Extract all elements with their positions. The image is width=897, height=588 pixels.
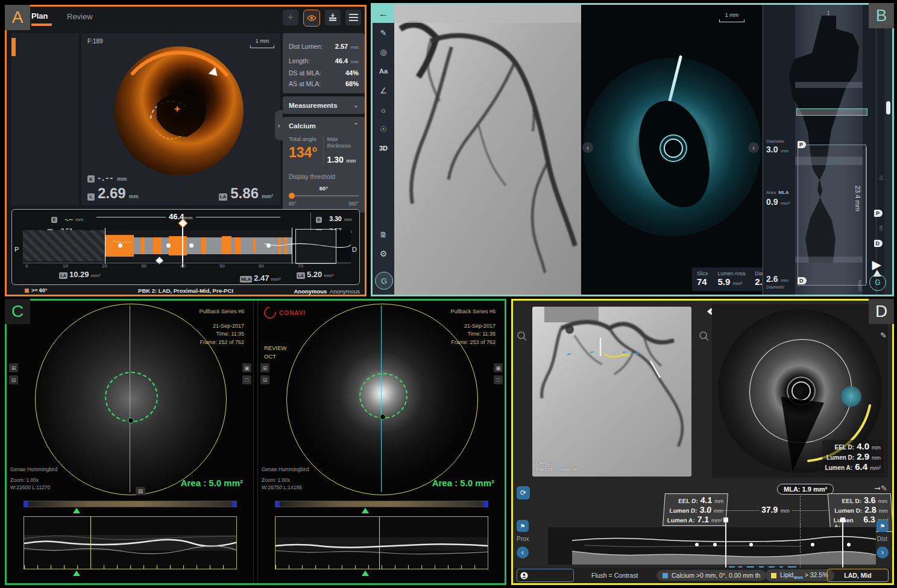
roi-box[interactable]: [798, 145, 866, 286]
calcium-chip[interactable]: Calcium >0 mm, 0°, 0.00 mm th: [656, 570, 766, 581]
distal-reference-marker[interactable]: [842, 521, 843, 569]
oct-cross-section-view[interactable]: F:189 1 mm + E -.-- mm: [81, 33, 280, 205]
go-to-distal-button[interactable]: D: [874, 240, 883, 247]
tab-plan[interactable]: Plan: [31, 11, 52, 26]
threshold-slider[interactable]: [289, 193, 359, 199]
frame-marker-dot[interactable]: [166, 243, 171, 248]
text-annotation-button[interactable]: Aa: [373, 61, 394, 81]
calcium-section-header[interactable]: Calcium ⌃: [289, 122, 359, 130]
lipid-chip[interactable]: Lipid4mm > 32.5%: [765, 569, 834, 581]
slider-handle[interactable]: [289, 193, 295, 199]
longitudinal-strip[interactable]: [23, 230, 351, 261]
settings-gear-button[interactable]: ⚙: [373, 244, 394, 263]
scroll-right-button[interactable]: ›: [877, 546, 889, 558]
oct-view[interactable]: CONAVI REVIEW OCT Pullback Series #6 21-…: [257, 301, 505, 583]
scroll-left-button[interactable]: ‹: [517, 546, 529, 558]
lumen-profile-panel[interactable]: ↕ Diameter 3.0 mm P Area MLA 0.9 mm² 2.6…: [764, 5, 892, 295]
measurements-section-header[interactable]: Measurements ⌄: [283, 96, 365, 114]
tab-review[interactable]: Review: [67, 12, 93, 21]
focus-button[interactable]: ☉: [373, 119, 394, 139]
frame-marker-dot[interactable]: [811, 543, 814, 546]
mla-badge[interactable]: MLA: 1.9 mm²: [777, 484, 834, 495]
roi-start-line[interactable]: [105, 228, 105, 264]
pullback-slider[interactable]: [275, 501, 488, 507]
side-tool-button[interactable]: ⊞: [9, 363, 18, 372]
edit-contour-pencil-button[interactable]: ✎: [880, 331, 887, 340]
roi-top-handle[interactable]: ↕: [826, 8, 830, 17]
previous-slice-button[interactable]: ‹: [582, 142, 593, 153]
ild-frame-marker[interactable]: [379, 517, 380, 569]
slider-position-triangle[interactable]: [362, 508, 369, 513]
go-to-proximal-button[interactable]: P: [874, 210, 883, 217]
marker-handle[interactable]: [723, 518, 728, 522]
distal-flag[interactable]: D: [798, 277, 807, 284]
pullback-list-strip[interactable]: [11, 33, 79, 205]
side-tool-button[interactable]: ⊟: [260, 375, 269, 384]
ild-longitudinal-view[interactable]: [24, 516, 237, 569]
lumen-contour-dashed[interactable]: [105, 372, 158, 422]
longitudinal-view[interactable]: E -.--mm L 3.51mm 46.4mm E 3.30mm L 2.57…: [11, 209, 360, 285]
frame-marker-dot[interactable]: [189, 243, 194, 248]
side-tool-button[interactable]: ▣: [494, 363, 503, 372]
frame-marker-dot[interactable]: [749, 543, 753, 546]
marker-handle[interactable]: [840, 518, 845, 522]
menu-button[interactable]: [345, 10, 361, 25]
current-slice-band[interactable]: [796, 108, 867, 116]
side-tool-button[interactable]: ⊟: [9, 375, 18, 384]
export-button[interactable]: 🗎: [373, 225, 394, 244]
ild-position-triangle[interactable]: [73, 571, 80, 576]
proximal-measurement-box[interactable]: EEL D:4.1mm Lumen D:3.0mm Lumen A:7.1mm²: [663, 493, 728, 526]
oct-cross-section-view[interactable]: 1 mm ‹ › Slice 74 Lumen Area 5.9 mm² Dia…: [581, 5, 763, 295]
brightness-button[interactable]: ☼: [373, 100, 394, 119]
side-tool-button[interactable]: ▣: [242, 363, 251, 372]
3d-view-button[interactable]: 3D: [373, 139, 394, 158]
zoom-magnifier-button[interactable]: [697, 330, 711, 343]
side-tool-button[interactable]: □: [242, 375, 251, 384]
dist-bookmark-button[interactable]: ⚑: [877, 520, 889, 532]
export-pullback-button[interactable]: [325, 10, 341, 25]
angiography-view[interactable]: CARD 2 RAO 31 | CRAN 36: [532, 307, 691, 477]
patient-button[interactable]: [517, 569, 574, 582]
angiography-view[interactable]: [394, 5, 581, 295]
proximal-flag[interactable]: P: [798, 141, 806, 148]
scroll-rail[interactable]: [884, 5, 892, 295]
next-slice-button[interactable]: ›: [748, 142, 759, 153]
reference-zone-box[interactable]: [295, 229, 336, 264]
lumen-contour-dashed[interactable]: [359, 373, 408, 419]
frame-marker-dot[interactable]: [118, 243, 122, 248]
ivus-view[interactable]: Pullback Series #6 21-Sep-2017 Time: 11:…: [7, 301, 254, 583]
frame-save-button[interactable]: ▤: [136, 487, 145, 495]
zoom-magnifier-button[interactable]: [515, 330, 529, 343]
panel-collapse-handle[interactable]: ›: [275, 110, 283, 140]
back-button[interactable]: ←: [373, 5, 394, 23]
frame-marker-dot[interactable]: [695, 543, 699, 546]
target-tool-button[interactable]: ◎: [373, 42, 394, 61]
vessel-segment-button[interactable]: LAD, Mid: [827, 569, 889, 582]
frame-marker-dot[interactable]: [713, 543, 717, 546]
add-measurement-button[interactable]: +: [283, 10, 298, 25]
side-tool-button[interactable]: ⊞: [260, 363, 269, 372]
longitudinal-strip[interactable]: [548, 527, 876, 565]
side-tool-button[interactable]: □: [494, 375, 503, 384]
roi-end-line[interactable]: [292, 228, 292, 264]
ild-longitudinal-view[interactable]: [275, 516, 488, 569]
current-frame-cursor[interactable]: [182, 224, 183, 267]
ild-frame-marker[interactable]: [90, 517, 91, 569]
angle-tool-button[interactable]: ∠: [373, 81, 394, 100]
slider-position-triangle[interactable]: [73, 508, 80, 513]
contour-node[interactable]: [128, 418, 134, 424]
visibility-eye-button[interactable]: [303, 10, 320, 27]
ild-position-triangle[interactable]: [362, 571, 369, 576]
refresh-button[interactable]: ⟳: [517, 486, 530, 499]
play-button[interactable]: ▶: [872, 257, 881, 272]
annotate-pencil-button[interactable]: ✎: [373, 23, 394, 42]
edit-measurements-button[interactable]: ➞✎: [874, 484, 887, 493]
oct-cross-section-view[interactable]: EEL D:4.0mm Lumen D:2.9mm Lumen A:6.4mm²…: [712, 304, 888, 478]
proximal-reference-marker[interactable]: [725, 521, 726, 569]
pullback-slider[interactable]: [24, 501, 237, 507]
contour-node[interactable]: [380, 414, 386, 420]
rail-handle[interactable]: [886, 101, 890, 114]
frame-marker-dot[interactable]: [847, 543, 851, 546]
frame-marker-dot[interactable]: [266, 243, 271, 248]
prox-bookmark-button[interactable]: ⚑: [517, 520, 529, 532]
